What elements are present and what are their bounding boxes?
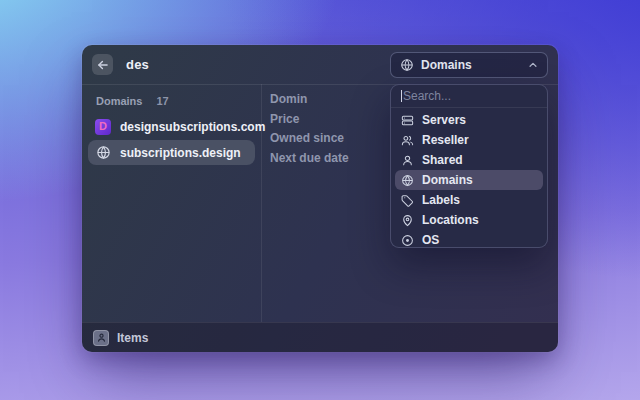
results-header: Domains 17 [88, 90, 255, 114]
footer-label: Items [117, 331, 148, 345]
menu-item-shared[interactable]: Shared [395, 150, 543, 170]
menu-item-labels[interactable]: Labels [395, 190, 543, 210]
users-icon [401, 134, 414, 147]
desktop-background: Domains Domains 17 D designsubscriptions… [0, 0, 640, 400]
back-button[interactable] [92, 54, 113, 75]
list-item-designsubscriptions[interactable]: D designsubscriptions.com [88, 114, 255, 139]
menu-item-reseller[interactable]: Reseller [395, 130, 543, 150]
server-icon [401, 114, 414, 127]
footer-bar: Items [82, 322, 558, 352]
chevron-up-icon [528, 60, 538, 70]
d-brand-logo-icon: D [95, 119, 111, 135]
menu-item-label: Domains [422, 173, 473, 187]
command-palette-window: Domains Domains 17 D designsubscriptions… [82, 45, 558, 352]
list-item-subscriptions-design[interactable]: subscriptions.design [88, 140, 255, 165]
search-input[interactable] [124, 56, 390, 73]
menu-item-servers[interactable]: Servers [395, 110, 543, 130]
globe-icon [95, 145, 111, 161]
menu-item-label: Shared [422, 153, 463, 167]
category-button-label: Domains [421, 58, 472, 72]
tag-icon [401, 194, 414, 207]
map-pin-icon [401, 214, 414, 227]
disc-icon [401, 234, 414, 247]
category-dropdown-menu: Servers Reseller Shared [390, 84, 548, 248]
menu-item-label: Servers [422, 113, 466, 127]
user-icon [401, 154, 414, 167]
results-header-label: Domains [96, 95, 142, 107]
menu-item-label: OS [422, 233, 439, 247]
results-panel: Domains 17 D designsubscriptions.com sub… [82, 84, 262, 322]
list-item-label: subscriptions.design [120, 146, 241, 160]
dropdown-search-row[interactable] [391, 85, 547, 108]
menu-item-label: Locations [422, 213, 479, 227]
results-count: 17 [156, 95, 168, 107]
text-cursor [401, 90, 402, 102]
category-dropdown-button[interactable]: Domains [390, 52, 548, 78]
globe-icon [401, 174, 414, 187]
dropdown-search-input[interactable] [403, 89, 537, 103]
menu-item-label: Labels [422, 193, 460, 207]
items-app-logo-icon [93, 330, 109, 346]
menu-item-domains[interactable]: Domains [395, 170, 543, 190]
menu-item-locations[interactable]: Locations [395, 210, 543, 230]
dropdown-list: Servers Reseller Shared [391, 108, 547, 248]
top-bar: Domains [82, 45, 558, 85]
arrow-left-icon [96, 58, 110, 72]
menu-item-os[interactable]: OS [395, 230, 543, 248]
menu-item-label: Reseller [422, 133, 469, 147]
list-item-label: designsubscriptions.com [120, 120, 265, 134]
globe-icon [400, 58, 414, 72]
